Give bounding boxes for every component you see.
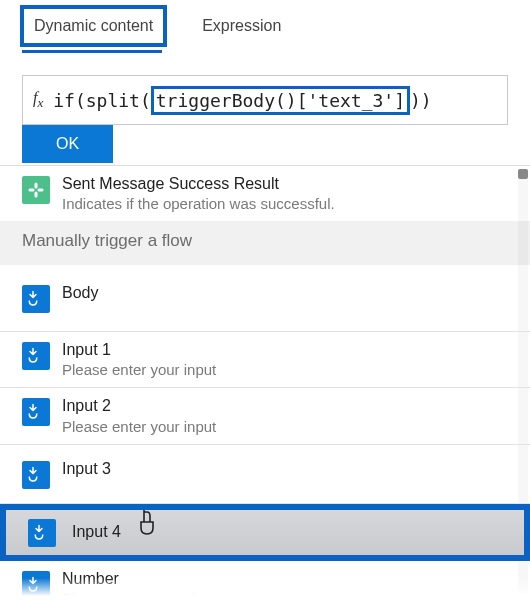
expression-input-row[interactable]: fx if(split(triggerBody()['text_3'])) bbox=[22, 75, 508, 125]
dynamic-content-list: Sent Message Success Result Indicates if… bbox=[0, 165, 530, 596]
input-icon bbox=[22, 342, 50, 370]
list-item-number[interactable]: Number Please enter a number bbox=[0, 561, 530, 596]
tab-bar: Dynamic content Expression bbox=[0, 0, 530, 47]
list-item-title: Input 1 bbox=[62, 340, 216, 359]
tab-active-indicator bbox=[22, 50, 162, 53]
list-item-title: Input 4 bbox=[72, 522, 121, 541]
list-item-input-4[interactable]: Input 4 bbox=[0, 504, 530, 561]
tab-dynamic-content[interactable]: Dynamic content bbox=[20, 5, 167, 47]
list-item-desc: Please enter your input bbox=[62, 361, 216, 379]
ok-button[interactable]: OK bbox=[22, 125, 113, 163]
list-item-success-result[interactable]: Sent Message Success Result Indicates if… bbox=[0, 166, 530, 221]
input-icon bbox=[22, 285, 50, 313]
fx-icon: fx bbox=[23, 89, 53, 111]
list-item-input-2[interactable]: Input 2 Please enter your input bbox=[0, 388, 530, 444]
list-item-input-1[interactable]: Input 1 Please enter your input bbox=[0, 332, 530, 388]
input-icon bbox=[22, 571, 50, 596]
svg-rect-3 bbox=[35, 192, 38, 198]
list-item-title: Input 2 bbox=[62, 396, 216, 415]
input-icon bbox=[22, 461, 50, 489]
expression-text: if(split(triggerBody()['text_3'])) bbox=[53, 90, 431, 111]
svg-rect-1 bbox=[38, 189, 44, 192]
list-item-input-3[interactable]: Input 3 bbox=[0, 445, 530, 504]
section-header-manual-trigger: Manually trigger a flow bbox=[0, 221, 530, 265]
list-item-title: Number bbox=[62, 569, 214, 588]
input-icon bbox=[28, 519, 56, 547]
input-icon bbox=[22, 398, 50, 426]
expression-token-highlighted: triggerBody()['text_3'] bbox=[151, 86, 410, 115]
list-item-desc: Please enter a number bbox=[62, 590, 214, 596]
svg-rect-0 bbox=[29, 189, 35, 192]
list-item-desc: Please enter your input bbox=[62, 418, 216, 436]
svg-rect-2 bbox=[35, 183, 38, 189]
list-item-desc: Indicates if the operation was successfu… bbox=[62, 195, 335, 213]
tab-expression[interactable]: Expression bbox=[192, 9, 291, 43]
dynamic-content-panel: Dynamic content Expression fx if(split(t… bbox=[0, 0, 530, 610]
list-item-title: Input 3 bbox=[62, 459, 111, 478]
list-item-title: Sent Message Success Result bbox=[62, 174, 335, 193]
list-item-title: Body bbox=[62, 283, 98, 302]
slack-icon bbox=[22, 176, 50, 204]
list-item-body[interactable]: Body bbox=[0, 265, 530, 332]
